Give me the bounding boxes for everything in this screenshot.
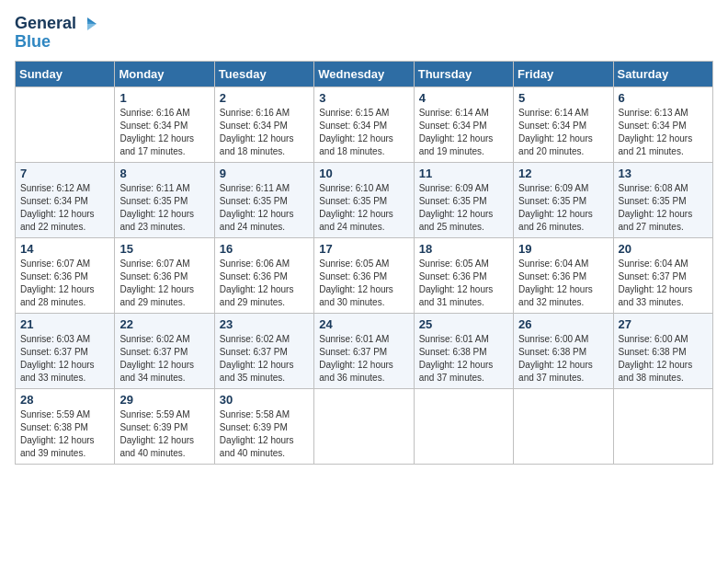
day-number: 11 bbox=[419, 167, 508, 180]
day-info: Sunrise: 6:09 AM Sunset: 6:35 PM Dayligh… bbox=[518, 182, 608, 234]
day-cell: 9Sunrise: 6:11 AM Sunset: 6:35 PM Daylig… bbox=[214, 162, 313, 237]
day-number: 1 bbox=[119, 91, 209, 105]
week-row-3: 14Sunrise: 6:07 AM Sunset: 6:36 PM Dayli… bbox=[16, 237, 713, 313]
logo: General Blue bbox=[15, 15, 98, 52]
logo-blue: Blue bbox=[15, 33, 51, 52]
day-cell: 1Sunrise: 6:16 AM Sunset: 6:34 PM Daylig… bbox=[115, 86, 214, 162]
day-cell: 25Sunrise: 6:01 AM Sunset: 6:38 PM Dayli… bbox=[414, 313, 513, 388]
day-cell: 2Sunrise: 6:16 AM Sunset: 6:34 PM Daylig… bbox=[214, 86, 313, 162]
logo-bird-icon bbox=[78, 16, 98, 32]
day-cell: 27Sunrise: 6:00 AM Sunset: 6:38 PM Dayli… bbox=[613, 313, 712, 388]
day-number: 12 bbox=[518, 167, 608, 180]
day-info: Sunrise: 6:01 AM Sunset: 6:37 PM Dayligh… bbox=[319, 333, 408, 385]
day-cell: 19Sunrise: 6:04 AM Sunset: 6:36 PM Dayli… bbox=[514, 237, 613, 313]
day-cell bbox=[314, 388, 414, 464]
day-cell: 6Sunrise: 6:13 AM Sunset: 6:34 PM Daylig… bbox=[613, 86, 712, 162]
page-header: General Blue bbox=[15, 15, 713, 52]
day-number: 5 bbox=[518, 91, 608, 105]
day-info: Sunrise: 6:02 AM Sunset: 6:37 PM Dayligh… bbox=[119, 333, 209, 385]
day-info: Sunrise: 6:09 AM Sunset: 6:35 PM Dayligh… bbox=[419, 182, 508, 234]
day-number: 4 bbox=[419, 91, 508, 105]
day-cell: 4Sunrise: 6:14 AM Sunset: 6:34 PM Daylig… bbox=[414, 86, 513, 162]
day-number: 14 bbox=[20, 242, 109, 256]
day-cell bbox=[613, 388, 712, 464]
day-number: 26 bbox=[518, 317, 608, 331]
day-number: 30 bbox=[220, 393, 309, 407]
day-number: 3 bbox=[319, 91, 408, 105]
week-row-5: 28Sunrise: 5:59 AM Sunset: 6:38 PM Dayli… bbox=[16, 388, 713, 464]
day-cell: 29Sunrise: 5:59 AM Sunset: 6:39 PM Dayli… bbox=[115, 388, 214, 464]
day-info: Sunrise: 6:15 AM Sunset: 6:34 PM Dayligh… bbox=[319, 107, 408, 158]
day-info: Sunrise: 6:05 AM Sunset: 6:36 PM Dayligh… bbox=[419, 258, 508, 309]
day-cell: 30Sunrise: 5:58 AM Sunset: 6:39 PM Dayli… bbox=[214, 388, 313, 464]
day-cell: 21Sunrise: 6:03 AM Sunset: 6:37 PM Dayli… bbox=[16, 313, 115, 388]
week-row-2: 7Sunrise: 6:12 AM Sunset: 6:34 PM Daylig… bbox=[16, 162, 713, 237]
day-cell bbox=[414, 388, 513, 464]
day-cell: 14Sunrise: 6:07 AM Sunset: 6:36 PM Dayli… bbox=[16, 237, 115, 313]
col-header-friday: Friday bbox=[514, 61, 613, 86]
day-info: Sunrise: 6:12 AM Sunset: 6:34 PM Dayligh… bbox=[20, 182, 109, 234]
day-cell: 13Sunrise: 6:08 AM Sunset: 6:35 PM Dayli… bbox=[613, 162, 712, 237]
day-cell: 22Sunrise: 6:02 AM Sunset: 6:37 PM Dayli… bbox=[115, 313, 214, 388]
day-cell: 18Sunrise: 6:05 AM Sunset: 6:36 PM Dayli… bbox=[414, 237, 513, 313]
day-info: Sunrise: 6:11 AM Sunset: 6:35 PM Dayligh… bbox=[220, 182, 309, 234]
day-number: 8 bbox=[119, 167, 209, 180]
col-header-wednesday: Wednesday bbox=[314, 61, 414, 86]
day-cell: 24Sunrise: 6:01 AM Sunset: 6:37 PM Dayli… bbox=[314, 313, 414, 388]
day-info: Sunrise: 6:07 AM Sunset: 6:36 PM Dayligh… bbox=[20, 258, 109, 309]
day-info: Sunrise: 6:13 AM Sunset: 6:34 PM Dayligh… bbox=[619, 107, 708, 158]
day-cell: 17Sunrise: 6:05 AM Sunset: 6:36 PM Dayli… bbox=[314, 237, 414, 313]
day-number: 28 bbox=[20, 393, 109, 407]
day-info: Sunrise: 6:00 AM Sunset: 6:38 PM Dayligh… bbox=[518, 333, 608, 385]
day-info: Sunrise: 6:08 AM Sunset: 6:35 PM Dayligh… bbox=[619, 182, 708, 234]
day-number: 7 bbox=[20, 167, 109, 180]
day-cell: 5Sunrise: 6:14 AM Sunset: 6:34 PM Daylig… bbox=[514, 86, 613, 162]
day-cell bbox=[514, 388, 613, 464]
day-cell: 8Sunrise: 6:11 AM Sunset: 6:35 PM Daylig… bbox=[115, 162, 214, 237]
day-cell bbox=[16, 86, 115, 162]
col-header-tuesday: Tuesday bbox=[214, 61, 313, 86]
day-number: 9 bbox=[220, 167, 309, 180]
col-header-thursday: Thursday bbox=[414, 61, 513, 86]
day-info: Sunrise: 6:05 AM Sunset: 6:36 PM Dayligh… bbox=[319, 258, 408, 309]
day-number: 20 bbox=[619, 242, 708, 256]
day-info: Sunrise: 6:04 AM Sunset: 6:36 PM Dayligh… bbox=[518, 258, 608, 309]
col-header-saturday: Saturday bbox=[613, 61, 712, 86]
week-row-1: 1Sunrise: 6:16 AM Sunset: 6:34 PM Daylig… bbox=[16, 86, 713, 162]
day-info: Sunrise: 6:14 AM Sunset: 6:34 PM Dayligh… bbox=[419, 107, 508, 158]
day-info: Sunrise: 6:06 AM Sunset: 6:36 PM Dayligh… bbox=[220, 258, 309, 309]
day-info: Sunrise: 6:16 AM Sunset: 6:34 PM Dayligh… bbox=[220, 107, 309, 158]
day-number: 25 bbox=[419, 317, 508, 331]
day-number: 15 bbox=[119, 242, 209, 256]
day-number: 29 bbox=[119, 393, 209, 407]
day-info: Sunrise: 5:59 AM Sunset: 6:39 PM Dayligh… bbox=[119, 408, 209, 460]
day-info: Sunrise: 6:16 AM Sunset: 6:34 PM Dayligh… bbox=[119, 107, 209, 158]
day-info: Sunrise: 6:02 AM Sunset: 6:37 PM Dayligh… bbox=[220, 333, 309, 385]
day-info: Sunrise: 6:10 AM Sunset: 6:35 PM Dayligh… bbox=[319, 182, 408, 234]
logo-text: General Blue bbox=[15, 15, 98, 52]
day-info: Sunrise: 6:11 AM Sunset: 6:35 PM Dayligh… bbox=[119, 182, 209, 234]
calendar-table: SundayMondayTuesdayWednesdayThursdayFrid… bbox=[15, 61, 713, 465]
day-number: 13 bbox=[619, 167, 708, 180]
day-cell: 12Sunrise: 6:09 AM Sunset: 6:35 PM Dayli… bbox=[514, 162, 613, 237]
day-info: Sunrise: 6:03 AM Sunset: 6:37 PM Dayligh… bbox=[20, 333, 109, 385]
day-cell: 7Sunrise: 6:12 AM Sunset: 6:34 PM Daylig… bbox=[16, 162, 115, 237]
day-info: Sunrise: 5:59 AM Sunset: 6:38 PM Dayligh… bbox=[20, 408, 109, 460]
day-number: 21 bbox=[20, 317, 109, 331]
col-header-sunday: Sunday bbox=[16, 61, 115, 86]
day-info: Sunrise: 5:58 AM Sunset: 6:39 PM Dayligh… bbox=[220, 408, 309, 460]
day-info: Sunrise: 6:07 AM Sunset: 6:36 PM Dayligh… bbox=[119, 258, 209, 309]
day-cell: 3Sunrise: 6:15 AM Sunset: 6:34 PM Daylig… bbox=[314, 86, 414, 162]
day-number: 17 bbox=[319, 242, 408, 256]
day-info: Sunrise: 6:00 AM Sunset: 6:38 PM Dayligh… bbox=[619, 333, 708, 385]
day-number: 18 bbox=[419, 242, 508, 256]
day-info: Sunrise: 6:01 AM Sunset: 6:38 PM Dayligh… bbox=[419, 333, 508, 385]
day-number: 23 bbox=[220, 317, 309, 331]
day-cell: 26Sunrise: 6:00 AM Sunset: 6:38 PM Dayli… bbox=[514, 313, 613, 388]
day-cell: 16Sunrise: 6:06 AM Sunset: 6:36 PM Dayli… bbox=[214, 237, 313, 313]
col-header-monday: Monday bbox=[115, 61, 214, 86]
day-number: 16 bbox=[220, 242, 309, 256]
logo-general: General bbox=[15, 15, 76, 33]
day-cell: 20Sunrise: 6:04 AM Sunset: 6:37 PM Dayli… bbox=[613, 237, 712, 313]
day-number: 24 bbox=[319, 317, 408, 331]
